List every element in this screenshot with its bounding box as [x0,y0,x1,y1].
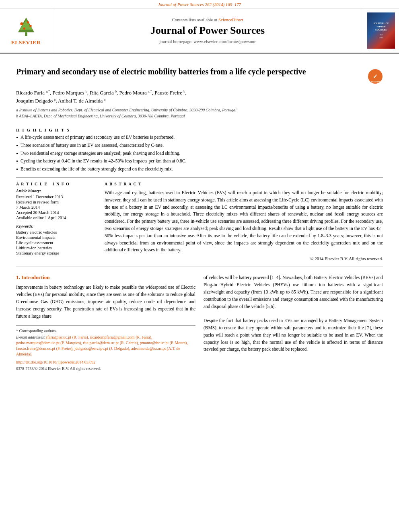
doi-line: http://dx.doi.org/10.1016/j.jpowsour.201… [16,359,195,365]
svg-point-3 [20,22,23,25]
abstract-col: A B S T R A C T With age and cycling, ba… [105,182,383,261]
svg-text:CrossMark: CrossMark [369,80,381,83]
keyword-3: Life-cycle assessment [16,240,97,245]
keyword-4: Lithium-ion batteries [16,246,97,250]
bullet-4: • [16,158,18,165]
copyright-line: © 2014 Elsevier B.V. All rights reserved… [105,256,383,261]
highlight-item-1: • A life-cycle assessment of primary and… [16,135,383,142]
footnotes: * Corresponding authors. E-mail addresse… [16,325,195,372]
divider-1 [16,124,383,124]
title-row: Primary and secondary use of electric mo… [16,66,383,86]
author-faria: Ricardo Faria a,*, [16,90,52,96]
svg-point-4 [29,25,32,27]
intro-heading: 1. Introduction [16,274,195,281]
bullet-2: • [16,143,18,150]
article-info-label: A R T I C L E I N F O [16,182,97,186]
email-line: E-mail addresses: rfaria@isr.uc.pt (R. F… [16,335,195,357]
corresponding-note: * Corresponding authors. [16,328,195,334]
journal-cover-image: JOURNAL OFPOWERSOURCES 2622014 [367,12,395,49]
affiliations: a Institute of Systems and Robotics, Dep… [16,107,383,119]
authors-line: Ricardo Faria a,*, Pedro Marques b, Rita… [16,89,383,105]
highlight-item-2: • Three scenarios of battery use in an E… [16,143,383,150]
highlight-item-5: • Benefits of extending the life of the … [16,166,383,173]
abstract-label: A B S T R A C T [105,182,383,186]
sciencedirect-link[interactable]: ScienceDirect [218,17,243,22]
journal-homepage: journal homepage: www.elsevier.com/locat… [159,39,255,44]
intro-left-col: 1. Introduction Improvements in battery … [16,274,195,372]
header-section: ELSEVIER Contents lists available at Sci… [0,8,399,53]
elsevier-label: ELSEVIER [11,39,41,46]
bullet-3: • [16,151,18,158]
top-bar: Journal of Power Sources 262 (2014) 169–… [0,0,399,8]
keywords-label: Keywords: [16,224,97,228]
journal-ref: Journal of Power Sources 262 (2014) 169–… [158,2,241,7]
accepted-date: Accepted 20 March 2014 [16,210,97,215]
author-marques: Pedro Marques b, [52,90,90,96]
svg-rect-0 [25,32,27,36]
received-1: Received 1 December 2013 [16,195,97,199]
doi-link[interactable]: http://dx.doi.org/10.1016/j.jpowsour.201… [16,360,95,364]
divider-3 [16,267,383,267]
highlights-items: • A life-cycle assessment of primary and… [16,135,383,173]
revised-date: 7 March 2014 [16,205,97,210]
intro-section: 1. Introduction Improvements in battery … [16,274,383,372]
highlights-label: H I G H L I G H T S [16,127,383,132]
affiliation-a: a Institute of Systems and Robotics, Dep… [16,107,383,113]
author-almeida: Aníbal T. de Almeida a [58,98,105,104]
intro-left-text: Improvements in battery technology are l… [16,284,195,320]
article-title: Primary and secondary use of electric mo… [16,66,363,77]
contents-available: Contents lists available at ScienceDirec… [172,17,243,22]
keyword-1: Battery electric vehicles [16,230,97,234]
svg-point-5 [23,27,25,29]
journal-title: Journal of Power Sources [150,25,265,37]
crossmark-area: ✓ CrossMark [368,69,383,86]
author-freire: Fausto Freire b, [154,90,186,96]
article-info-abstract: A R T I C L E I N F O Article history: R… [16,182,383,261]
keyword-5: Stationary energy storage [16,251,97,255]
highlights-section: H I G H L I G H T S • A life-cycle asses… [16,127,383,173]
email-label: E-mail addresses: [16,335,45,339]
elsevier-logo-area: ELSEVIER [0,8,52,53]
available-date: Available online 1 April 2014 [16,216,97,220]
journal-cover-area: JOURNAL OFPOWERSOURCES 2622014 [363,8,399,53]
affiliation-b: b ADAI–LAETA, Dept. of Mechanical Engine… [16,113,383,119]
intro-right-text: of vehicles will be battery powered [1–4… [204,274,383,353]
journal-header-center: Contents lists available at ScienceDirec… [52,8,363,53]
svg-text:✓: ✓ [373,73,378,80]
divider-2 [16,177,383,178]
elsevier-tree-icon [14,16,38,38]
history-label: Article history: [16,189,97,193]
issn-line: 0378-7753/© 2014 Elsevier B.V. All right… [16,366,195,372]
author-delgado: Joaquim Delgado a, [16,98,58,104]
svg-point-6 [27,21,29,23]
highlight-item-3: • Two residential energy storage strateg… [16,151,383,158]
intro-two-col: 1. Introduction Improvements in battery … [16,274,383,372]
keyword-2: Environmental impacts [16,235,97,240]
bullet-1: • [16,135,18,142]
crossmark-icon: ✓ CrossMark [368,69,383,84]
abstract-text: With age and cycling, batteries used in … [105,189,383,254]
highlight-item-4: • Cycling the battery at 0.4C in the EV … [16,158,383,165]
main-content: Primary and secondary use of electric mo… [0,53,399,376]
received-revised: Received in revised form [16,200,97,204]
article-info-col: A R T I C L E I N F O Article history: R… [16,182,97,261]
author-moura: Pedro Moura a,*, [119,90,155,96]
author-garcia: Rita Garcia b, [90,90,119,96]
bullet-5: • [16,166,18,173]
intro-right-col: of vehicles will be battery powered [1–4… [204,274,383,372]
